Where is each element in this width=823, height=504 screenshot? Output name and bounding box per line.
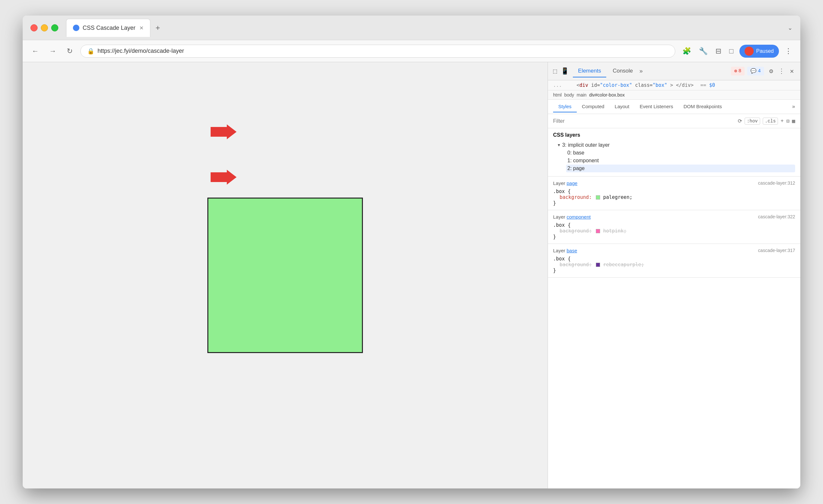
- layer-tree: ▼ 3: implicit outer layer 0: base 1: com…: [553, 141, 795, 172]
- back-button[interactable]: ←: [29, 44, 41, 58]
- address-bar: ← → ↻ 🔒 https://jec.fyi/demo/cascade-lay…: [23, 40, 800, 62]
- toolbar-icons: 🧩 🔧 ⊟ □ Paused ⋮: [680, 45, 794, 58]
- layer-page-section: Layer page cascade-layer:312 .box { back…: [548, 177, 800, 210]
- device-icon[interactable]: 📱: [561, 67, 569, 75]
- tab-close-button[interactable]: ✕: [139, 25, 144, 31]
- extensions-icon[interactable]: 🧩: [680, 45, 693, 57]
- address-input[interactable]: 🔒 https://jec.fyi/demo/cascade-layer: [80, 45, 675, 58]
- maximize-button[interactable]: [51, 24, 58, 31]
- layer-component-section: Layer component cascade-layer:322 .box {…: [548, 210, 800, 244]
- tab-favicon: [73, 25, 79, 31]
- warning-icon: 💬: [751, 68, 757, 74]
- svg-marker-0: [211, 124, 236, 139]
- breadcrumb-html[interactable]: html: [553, 92, 561, 98]
- tab-dom-breakpoints[interactable]: DOM Breakpoints: [678, 101, 727, 113]
- minimize-button[interactable]: [41, 24, 48, 31]
- breadcrumb-main[interactable]: main: [577, 92, 587, 98]
- layer-page-link[interactable]: page: [567, 180, 578, 186]
- new-style-rule-icon[interactable]: ⊡: [786, 118, 790, 124]
- more-tabs-button[interactable]: »: [639, 68, 643, 74]
- devtools-icon[interactable]: 🔧: [697, 45, 709, 57]
- breadcrumb-selector: html body main div#color-box.box: [548, 91, 800, 100]
- forward-button[interactable]: →: [47, 44, 59, 58]
- title-bar: CSS Cascade Layer ✕ + ⌄: [23, 16, 800, 40]
- lock-icon: 🔒: [87, 48, 94, 55]
- tab-console[interactable]: Console: [608, 65, 638, 77]
- tab-overflow-button[interactable]: ⌄: [788, 24, 793, 31]
- page-content: [23, 62, 547, 488]
- tab-layout[interactable]: Layout: [610, 101, 634, 113]
- layer-page-source: cascade-layer:312: [758, 180, 795, 186]
- new-tab-button[interactable]: +: [153, 21, 163, 35]
- layer-children: 0: base 1: component 2: page: [556, 149, 795, 172]
- profile-icon[interactable]: □: [727, 45, 735, 57]
- inspect-icon[interactable]: ⬚: [553, 67, 557, 75]
- main-area: ⬚ 📱 Elements Console » ⊗ 8: [23, 62, 800, 488]
- styles-sub-tabs: Styles Computed Layout Event Listeners D…: [548, 100, 800, 114]
- paused-badge[interactable]: Paused: [739, 45, 779, 58]
- layer-base-item[interactable]: 0: base: [566, 149, 795, 157]
- color-swatch-purple: [596, 263, 600, 267]
- settings-icon[interactable]: ⚙: [768, 66, 774, 76]
- layer-page-rule: .box { background: palegreen; }: [553, 188, 795, 206]
- layer-base-link[interactable]: base: [567, 248, 578, 253]
- hov-toggle[interactable]: :hov: [745, 118, 760, 125]
- filter-input[interactable]: [553, 118, 734, 124]
- bookmarks-icon[interactable]: ⊟: [713, 45, 723, 57]
- color-swatch-pink: [596, 229, 600, 233]
- tab-event-listeners[interactable]: Event Listeners: [634, 101, 678, 113]
- breadcrumb-body[interactable]: body: [564, 92, 574, 98]
- layer-base-header: Layer base cascade-layer:317: [553, 248, 795, 253]
- devtools-actions: ⚙ ⋮ ✕: [768, 66, 795, 76]
- property-strikethrough: background:: [559, 228, 592, 234]
- error-badge: ⊗ 8: [731, 67, 745, 75]
- layer-component-rule: .box { background: hotpink; }: [553, 222, 795, 240]
- html-element-display: ... <div id="color-box" class="box" > </…: [548, 80, 800, 91]
- devtools-panel: ⬚ 📱 Elements Console » ⊗ 8: [547, 62, 800, 488]
- url-text: https://jec.fyi/demo/cascade-layer: [98, 48, 184, 54]
- layer-base-section: Layer base cascade-layer:317 .box { back…: [548, 244, 800, 278]
- layer-root[interactable]: ▼ 3: implicit outer layer: [556, 141, 795, 149]
- add-style-icon[interactable]: +: [781, 118, 784, 124]
- devtools-menu-icon[interactable]: ⋮: [777, 66, 786, 76]
- base-property-strikethrough: background:: [559, 262, 592, 268]
- active-tab[interactable]: CSS Cascade Layer ✕: [66, 19, 150, 37]
- layer-base-source: cascade-layer:317: [758, 248, 795, 253]
- more-styles-tabs[interactable]: »: [792, 104, 795, 110]
- cls-toggle[interactable]: .cls: [763, 118, 778, 125]
- error-icon: ⊗: [734, 68, 737, 74]
- layer-component-item[interactable]: 1: component: [566, 157, 795, 165]
- refresh-styles-icon[interactable]: ⟳: [738, 118, 742, 124]
- tab-styles[interactable]: Styles: [553, 101, 577, 113]
- toggle-panel-icon[interactable]: ▦: [792, 118, 795, 124]
- menu-icon[interactable]: ⋮: [783, 45, 794, 57]
- error-count: 8: [738, 68, 742, 74]
- browser-window: CSS Cascade Layer ✕ + ⌄ ← → ↻ 🔒 https://…: [23, 16, 800, 488]
- element-equals: == $0: [700, 82, 715, 88]
- layer-component-header: Layer component cascade-layer:322: [553, 214, 795, 220]
- svg-marker-1: [211, 170, 236, 185]
- layer-page-header: Layer page cascade-layer:312: [553, 180, 795, 186]
- refresh-button[interactable]: ↻: [64, 44, 75, 58]
- layer-component-source: cascade-layer:322: [758, 214, 795, 219]
- devtools-status: ⊗ 8 💬 4: [731, 67, 764, 75]
- tab-computed[interactable]: Computed: [577, 101, 610, 113]
- tab-bar: CSS Cascade Layer ✕ + ⌄: [66, 19, 793, 37]
- tab-title: CSS Cascade Layer: [83, 25, 135, 31]
- color-swatch-green: [596, 195, 600, 199]
- close-devtools-icon[interactable]: ✕: [789, 66, 795, 76]
- layer-page-item[interactable]: 2: page: [566, 165, 795, 172]
- filter-bar: ⟳ :hov .cls + ⊡ ▦: [548, 114, 800, 128]
- devtools-tabs: Elements Console »: [573, 65, 727, 77]
- css-layers-section: CSS layers ▼ 3: implicit outer layer 0: …: [548, 128, 800, 177]
- close-button[interactable]: [30, 24, 38, 31]
- layer-component-link[interactable]: component: [567, 214, 591, 220]
- layer-root-label: 3: implicit outer layer: [562, 142, 610, 148]
- warning-badge: 💬 4: [747, 67, 764, 75]
- traffic-lights: [30, 24, 58, 31]
- paused-label: Paused: [756, 48, 774, 54]
- tab-elements[interactable]: Elements: [573, 65, 606, 77]
- styles-content: CSS layers ▼ 3: implicit outer layer 0: …: [548, 128, 800, 488]
- arrow-css-layers: [211, 124, 236, 140]
- breadcrumb-div[interactable]: div#color-box.box: [589, 92, 625, 98]
